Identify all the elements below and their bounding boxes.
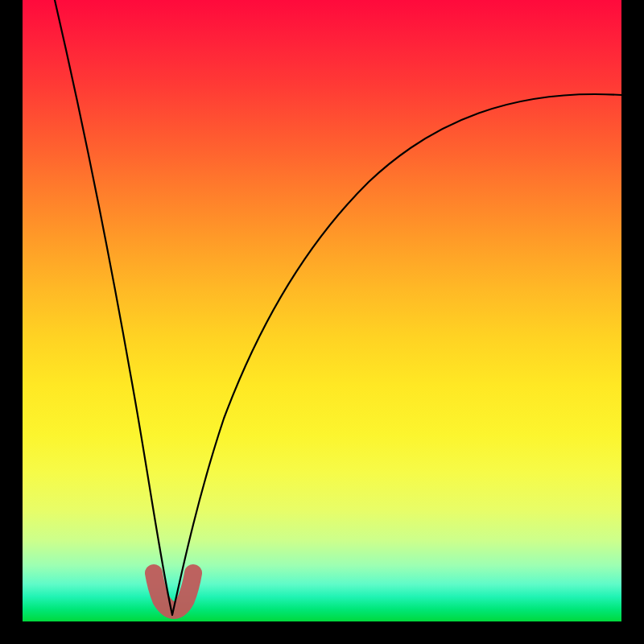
curve-svg — [23, 0, 621, 621]
optimal-zone-marker — [154, 573, 193, 610]
plot-area — [23, 0, 621, 621]
bottleneck-curve — [55, 0, 621, 615]
chart-frame: TheBottleneck.com — [0, 0, 644, 644]
